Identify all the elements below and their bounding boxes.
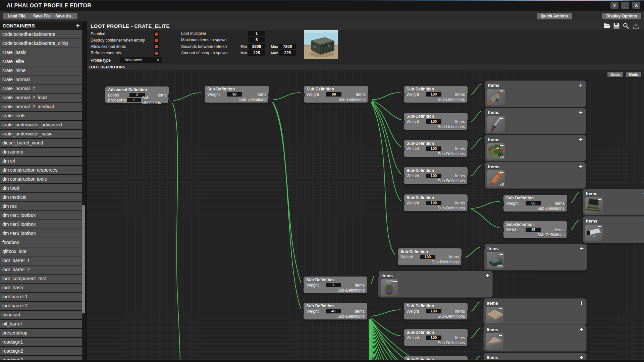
items-output-port[interactable] (367, 310, 371, 314)
weight-input[interactable]: 2 (326, 283, 341, 287)
items-output-port[interactable] (467, 120, 471, 125)
subdefs-output-port[interactable] (367, 315, 371, 319)
remove-item-icon[interactable] (598, 199, 601, 200)
profile-type-select[interactable]: Advanced ∨ (120, 57, 162, 63)
sub-definition-node[interactable]: Sub-DefinitionWeight40ItemsSub-Definitio… (303, 302, 368, 320)
item-thumbnail[interactable] (487, 89, 505, 105)
weight-input[interactable]: 98 (326, 92, 341, 97)
items-output-port[interactable] (567, 202, 571, 206)
container-list-item[interactable]: dm res (0, 202, 82, 210)
minimize-button[interactable]: _ (621, 2, 629, 9)
add-item-button[interactable]: + (579, 164, 583, 169)
add-container-button[interactable]: + (76, 22, 80, 30)
container-list-item[interactable]: crate_elite (0, 57, 82, 66)
items-output-port[interactable] (367, 284, 371, 288)
subdefs-output-port[interactable] (467, 206, 471, 211)
weight-input[interactable]: 90 (227, 92, 242, 97)
input-port[interactable] (300, 93, 305, 97)
subdefs-output-port[interactable] (467, 315, 471, 319)
items-panel[interactable]: Items+x4 (485, 135, 586, 162)
items-panel[interactable]: Items+ (583, 189, 644, 216)
sidebar-scrollbar-thumb[interactable] (82, 205, 85, 313)
items-panel[interactable]: Items+ (483, 298, 587, 325)
input-port[interactable] (394, 255, 398, 259)
container-list-item[interactable]: roadsign2 (0, 347, 82, 355)
download-icon[interactable] (633, 22, 641, 29)
panel-input-port[interactable] (579, 218, 583, 222)
container-list-item[interactable]: crate_normal_2_medical (0, 103, 82, 111)
redo-button[interactable]: Redo (626, 72, 642, 77)
item-thumbnail[interactable] (486, 307, 503, 323)
max-items-input[interactable]: 6 (248, 37, 265, 43)
save-icon[interactable] (613, 22, 621, 29)
subdefs-output-port[interactable] (467, 179, 471, 184)
container-list-item[interactable]: crate_basic (0, 48, 82, 57)
input-port[interactable] (400, 120, 405, 124)
add-item-button[interactable]: + (579, 110, 583, 115)
remove-item-icon[interactable] (499, 335, 502, 336)
item-thumbnail[interactable]: x25 (487, 252, 504, 268)
weight-input[interactable]: 100 (426, 146, 441, 151)
input-port[interactable] (400, 147, 405, 151)
input-port[interactable] (400, 336, 405, 340)
item-thumbnail[interactable]: x6 (487, 170, 505, 187)
add-item-button[interactable]: + (486, 273, 489, 278)
container-list-item[interactable]: dm tier3 lootbox (0, 229, 82, 238)
refresh-seconds-max-input[interactable]: 7200 (279, 44, 296, 49)
items-output-port[interactable] (268, 93, 273, 98)
sub-definition-node[interactable]: Sub-DefinitionWeight100ItemsSub-Definiti… (404, 140, 468, 157)
items-output-port[interactable] (467, 310, 471, 314)
remove-item-icon[interactable] (393, 281, 397, 282)
container-list-item[interactable]: loot-barrel-1 (0, 293, 82, 301)
items-output-port[interactable] (467, 337, 471, 341)
search-icon[interactable] (623, 22, 631, 29)
enabled-checkbox[interactable] (154, 32, 159, 37)
sub-definition-node[interactable]: Sub-DefinitionWeight90ItemsSub-Definitio… (204, 85, 269, 103)
subdefs-output-port[interactable] (467, 341, 471, 346)
quick-actions-button[interactable]: Quick Actions (537, 13, 572, 19)
probability-input[interactable]: 1 (127, 98, 141, 102)
add-item-button[interactable]: + (580, 327, 583, 332)
container-list-item[interactable]: loot_barrel_1 (0, 256, 82, 265)
refresh-seconds-min-input[interactable]: 3600 (248, 44, 265, 49)
container-list-item[interactable]: loot_component_test (0, 275, 82, 283)
subdefs-output-port[interactable] (567, 207, 571, 211)
open-folder-icon[interactable] (603, 22, 611, 29)
display-options-button[interactable]: Display Options (602, 13, 641, 19)
input-port[interactable] (500, 228, 504, 232)
add-item-button[interactable]: + (579, 82, 583, 88)
sub-definition-node[interactable]: Sub-DefinitionWeight100ItemsSub-Definiti… (404, 194, 468, 212)
input-port[interactable] (400, 201, 405, 205)
items-panel[interactable]: Items+ (485, 108, 586, 134)
subdefs-output-port[interactable] (467, 152, 471, 157)
weight-input[interactable]: 45 (526, 228, 541, 232)
container-list-item[interactable]: crate_normal (0, 75, 82, 84)
sub-definition-node[interactable]: Sub-DefinitionWeight55ItemsSub-Definitio… (503, 194, 568, 212)
item-thumbnail[interactable] (487, 116, 505, 132)
sub-definition-node[interactable]: Sub-DefinitionWeight100ItemsSub-Definiti… (404, 302, 468, 320)
weight-input[interactable]: 100 (426, 119, 441, 124)
remove-item-icon[interactable] (500, 172, 503, 173)
items-output-port[interactable] (467, 93, 471, 98)
container-list-item[interactable]: crate_underwater_basic (0, 130, 82, 138)
input-port[interactable] (300, 283, 304, 288)
item-thumbnail[interactable] (486, 333, 503, 350)
remove-item-icon[interactable] (500, 145, 503, 146)
input-port[interactable] (300, 309, 304, 314)
weight-input[interactable]: 40 (326, 309, 341, 313)
input-port[interactable] (400, 93, 405, 97)
subdefs-output-port[interactable] (461, 260, 465, 265)
container-list-item[interactable]: dm food (0, 184, 82, 192)
panel-input-port[interactable] (480, 300, 484, 304)
panel-input-port[interactable] (480, 354, 484, 359)
subdefs-output-port[interactable] (168, 99, 173, 103)
item-thumbnail[interactable]: x4 (487, 143, 505, 160)
sub-definition-node[interactable]: Sub-DefinitionWeight45ItemsSub-Definitio… (503, 221, 568, 238)
allow-skinned-checkbox[interactable] (154, 44, 159, 49)
items-panel[interactable]: Items+ (583, 216, 644, 243)
remove-item-icon[interactable] (500, 118, 503, 119)
loot-multiplier-input[interactable]: 1 (248, 31, 265, 36)
remove-item-icon[interactable] (499, 308, 502, 309)
sub-definition-node[interactable]: Sub-DefinitionWeight100ItemsSub-Definiti… (397, 248, 462, 265)
subdefs-output-port[interactable] (467, 125, 471, 129)
